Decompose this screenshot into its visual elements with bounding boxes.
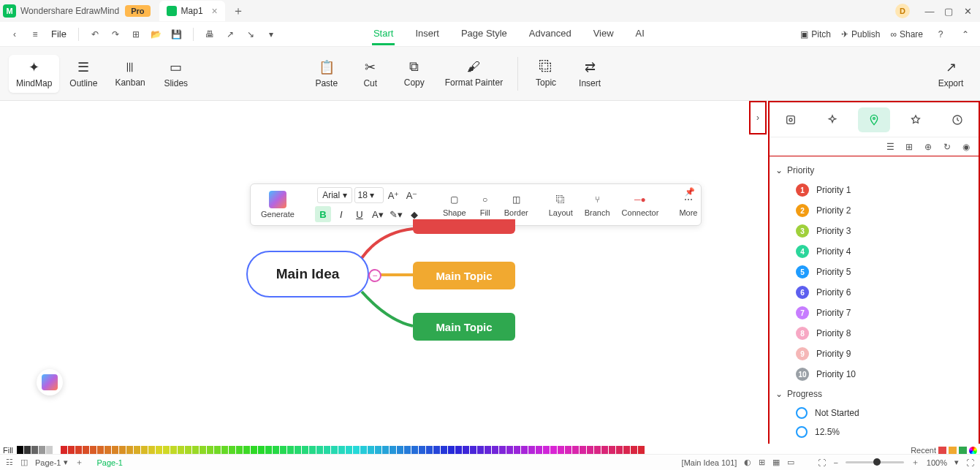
refresh-icon[interactable]: ↻ (941, 140, 954, 153)
recent-swatch[interactable] (949, 447, 957, 455)
file-menu[interactable]: File (48, 29, 69, 39)
panel-tab-markers[interactable] (858, 107, 890, 132)
collapse-ribbon-icon[interactable]: ⌃ (958, 27, 973, 42)
priority-item[interactable]: 4Priority 4 (775, 241, 973, 262)
priority-item[interactable]: 2Priority 2 (775, 200, 973, 221)
slides-view-button[interactable]: ▭Slides (156, 55, 197, 93)
font-color-button[interactable]: A▾ (370, 206, 386, 222)
redo-icon[interactable]: ↷ (108, 27, 123, 42)
panel-tab-clipart[interactable] (900, 107, 932, 132)
import-icon[interactable]: ↘ (243, 27, 258, 42)
panel-tab-history[interactable] (941, 107, 973, 132)
font-increase-icon[interactable]: A⁺ (386, 187, 402, 203)
priority-item[interactable]: 9Priority 9 (775, 344, 973, 364)
font-size-select[interactable]: 18 ▾ (354, 187, 384, 203)
save-icon[interactable]: 💾 (170, 27, 184, 42)
bold-button[interactable]: B (315, 206, 331, 222)
color-wheel-icon[interactable] (969, 447, 977, 455)
progress-section-header[interactable]: ⌄Progress (775, 384, 973, 403)
presentation-icon[interactable]: ▭ (787, 458, 794, 467)
panel-tab-style[interactable] (775, 107, 807, 132)
layout-mode-icon[interactable]: ▦ (772, 458, 780, 467)
new-icon[interactable]: ⊞ (129, 27, 143, 42)
paste-button[interactable]: 📋Paste (306, 55, 347, 93)
priority-item[interactable]: 8Priority 8 (775, 323, 973, 344)
zoom-slider[interactable] (846, 461, 904, 463)
pin-icon[interactable]: 📌 (685, 187, 695, 197)
undo-icon[interactable]: ↶ (88, 27, 102, 42)
page-tab[interactable]: Page-1 (91, 458, 128, 467)
priority-item[interactable]: 1Priority 1 (775, 180, 973, 200)
close-tab-icon[interactable]: × (212, 5, 218, 17)
zoom-in-button[interactable]: ＋ (911, 457, 919, 468)
page-selector[interactable]: Page-1▾ (35, 458, 68, 467)
priority-item[interactable]: 7Priority 7 (775, 303, 973, 323)
grid-view-icon[interactable]: ⊞ (903, 140, 916, 153)
layout-button[interactable]: ⿻Layout (544, 192, 577, 217)
print-icon[interactable]: 🖶 (202, 27, 217, 42)
help-icon[interactable]: ? (933, 27, 948, 42)
tab-ai[interactable]: AI (634, 23, 646, 45)
minimize-button[interactable]: — (920, 6, 939, 17)
export-button[interactable]: ↗Export (930, 55, 971, 93)
recent-swatch[interactable] (938, 447, 946, 455)
generate-button[interactable]: Generate (257, 184, 299, 225)
tab-advanced[interactable]: Advanced (528, 23, 573, 45)
publish-link[interactable]: ✈Publish (841, 29, 880, 39)
close-window-button[interactable]: ✕ (958, 6, 977, 17)
mindmap-view-button[interactable]: ✦MindMap (9, 55, 59, 93)
user-avatar[interactable]: D (895, 4, 910, 18)
copy-button[interactable]: ⧉Copy (394, 55, 435, 93)
settings-icon[interactable]: ◉ (960, 140, 973, 153)
back-icon[interactable]: ‹ (7, 27, 22, 42)
topic-node-1[interactable] (413, 219, 515, 234)
priority-item[interactable]: 10Priority 10 (775, 364, 973, 384)
priority-item[interactable]: 3Priority 3 (775, 221, 973, 241)
kanban-view-button[interactable]: ⫼Kanban (107, 55, 152, 93)
list-view-icon[interactable]: ☰ (884, 140, 897, 153)
grid-icon[interactable]: ⊞ (759, 458, 765, 467)
tab-view[interactable]: View (592, 23, 615, 45)
progress-item[interactable]: Not Started (775, 403, 973, 422)
font-select[interactable]: Arial ▾ (317, 187, 352, 203)
tab-start[interactable]: Start (372, 23, 395, 45)
border-button[interactable]: ◫Border (500, 192, 533, 217)
document-tab[interactable]: Map1 × (159, 1, 225, 21)
topic-node-2[interactable]: Main Topic (413, 262, 515, 289)
panel-collapse-button[interactable]: › (749, 101, 767, 134)
hamburger-icon[interactable]: ≡ (28, 27, 42, 42)
underline-button[interactable]: U (352, 206, 368, 222)
topic-node-3[interactable]: Main Topic (413, 313, 515, 341)
share-link[interactable]: ∞Share (890, 29, 923, 39)
progress-item[interactable]: 12.5% (775, 422, 973, 441)
priority-item[interactable]: 5Priority 5 (775, 262, 973, 282)
highlight-button[interactable]: ✎▾ (388, 206, 404, 222)
panel-tab-ai[interactable] (816, 107, 848, 132)
connector-button[interactable]: ─●Connector (618, 192, 664, 217)
shape-button[interactable]: ▢Shape (438, 192, 471, 217)
main-idea-node[interactable]: Main Idea (246, 251, 369, 297)
split-view-icon[interactable]: ◫ (20, 458, 28, 467)
topic-button[interactable]: ⿻Topic (525, 55, 566, 93)
add-marker-icon[interactable]: ⊕ (922, 140, 935, 153)
dropdown-icon[interactable]: ▾ (264, 27, 278, 42)
font-decrease-icon[interactable]: A⁻ (404, 187, 420, 203)
priority-section-header[interactable]: ⌄Priority (775, 161, 973, 180)
add-tab-button[interactable]: ＋ (232, 4, 244, 19)
zoom-value[interactable]: 100% (927, 458, 947, 467)
italic-button[interactable]: I (333, 206, 349, 222)
priority-item[interactable]: 6Priority 6 (775, 282, 973, 303)
add-page-button[interactable]: ＋ (75, 457, 83, 468)
collapse-handle[interactable]: − (368, 269, 381, 282)
pitch-link[interactable]: ▣Pitch (800, 29, 831, 39)
ai-fab-button[interactable] (37, 369, 63, 395)
tab-insert[interactable]: Insert (414, 23, 441, 45)
outline-view-button[interactable]: ☰Outline (62, 55, 105, 93)
outline-toggle-icon[interactable]: ☷ (6, 458, 13, 467)
open-icon[interactable]: 📂 (149, 27, 164, 42)
fullscreen-icon[interactable]: ⛶ (966, 458, 974, 467)
export-quick-icon[interactable]: ↗ (223, 27, 238, 42)
zoom-out-button[interactable]: − (833, 458, 837, 467)
cut-button[interactable]: ✂Cut (350, 55, 391, 93)
recent-swatch[interactable] (959, 447, 967, 455)
